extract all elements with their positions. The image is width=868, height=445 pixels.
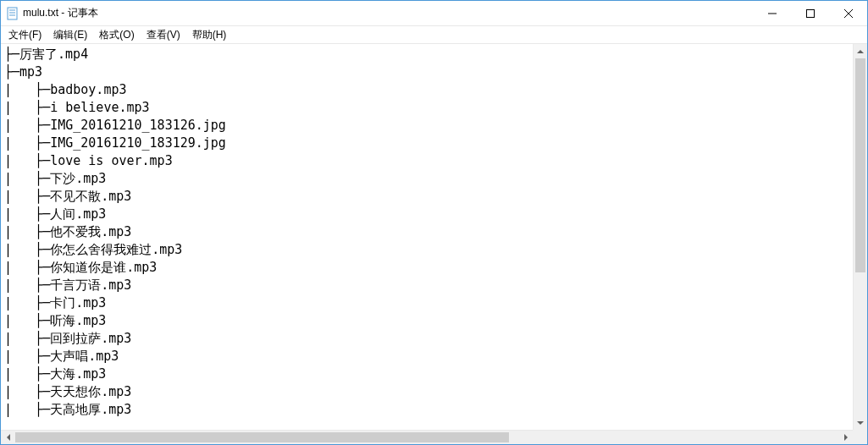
notepad-icon	[6, 7, 19, 20]
menu-view[interactable]: 查看(V)	[141, 26, 186, 44]
chevron-up-icon	[857, 48, 864, 55]
content-wrap: ├─厉害了.mp4 ├─mp3 | ├─badboy.mp3 | ├─i bel…	[1, 43, 867, 430]
svg-rect-0	[8, 8, 17, 19]
minimize-button[interactable]	[753, 1, 791, 25]
chevron-down-icon	[857, 420, 864, 426]
minimize-icon	[768, 9, 777, 18]
scroll-down-button[interactable]	[854, 415, 867, 430]
scroll-thumb-horizontal[interactable]	[15, 432, 509, 442]
window-title: mulu.txt - 记事本	[23, 6, 98, 20]
scroll-right-button[interactable]	[838, 431, 853, 444]
scroll-left-button[interactable]	[1, 431, 15, 444]
scroll-thumb-vertical[interactable]	[855, 58, 865, 272]
close-button[interactable]	[829, 1, 867, 25]
maximize-button[interactable]	[791, 1, 829, 25]
chevron-right-icon	[843, 434, 849, 441]
maximize-icon	[806, 9, 815, 18]
vertical-scrollbar[interactable]	[853, 44, 867, 430]
menu-format[interactable]: 格式(O)	[93, 26, 140, 44]
menu-help[interactable]: 帮助(H)	[186, 26, 233, 44]
scrollbar-corner	[853, 430, 867, 444]
window-controls	[753, 1, 867, 25]
horizontal-scrollbar[interactable]	[1, 430, 853, 444]
notepad-window: mulu.txt - 记事本 文件(F) 编辑(E) 格式(O) 查看(V) 帮…	[0, 0, 868, 445]
menu-edit[interactable]: 编辑(E)	[47, 26, 93, 44]
scroll-track-vertical[interactable]	[854, 58, 867, 415]
text-area[interactable]: ├─厉害了.mp4 ├─mp3 | ├─badboy.mp3 | ├─i bel…	[1, 44, 853, 430]
close-icon	[844, 9, 853, 18]
scroll-up-button[interactable]	[854, 44, 867, 58]
svg-rect-5	[806, 9, 814, 17]
titlebar[interactable]: mulu.txt - 记事本	[1, 1, 867, 26]
bottom-row	[1, 430, 867, 444]
menu-file[interactable]: 文件(F)	[3, 26, 47, 44]
menubar: 文件(F) 编辑(E) 格式(O) 查看(V) 帮助(H)	[1, 26, 867, 43]
scroll-track-horizontal[interactable]	[15, 431, 838, 444]
chevron-left-icon	[5, 434, 12, 441]
